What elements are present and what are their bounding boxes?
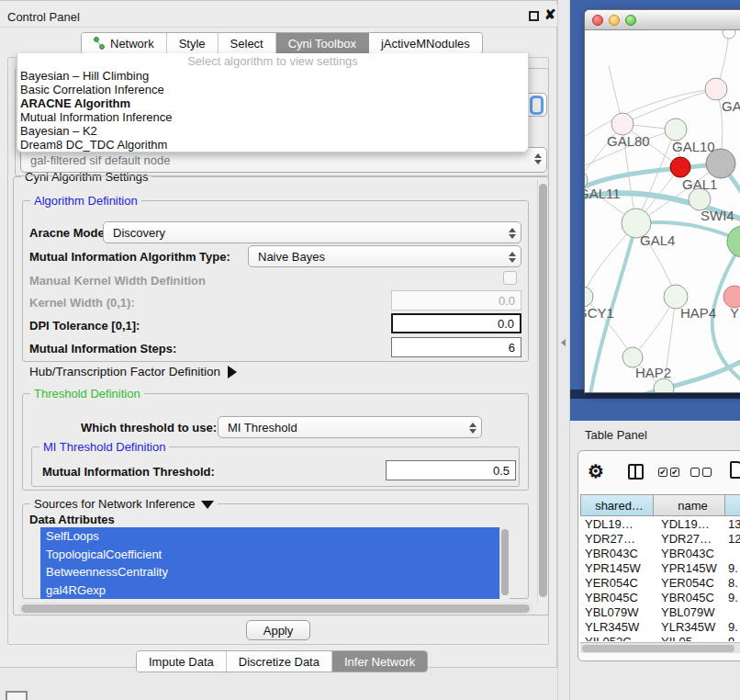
which-threshold-combo[interactable]: MI Threshold (218, 416, 482, 438)
node-label: GAL4 (640, 232, 675, 248)
minimize-window-button[interactable] (609, 15, 620, 26)
settings-horizontal-scrollbar[interactable] (18, 603, 533, 614)
deselect-all-icon[interactable] (690, 468, 712, 477)
table-row[interactable]: YIL052CYIL05…9. (580, 634, 740, 641)
kernel-width-label: Kernel Width (0,1): (29, 296, 135, 310)
node-table: shared… name YDL19…YDL19…13 YDR27…YDR27…… (580, 494, 740, 641)
network-node-gal80[interactable] (611, 113, 633, 135)
column-header-name[interactable]: name (654, 494, 725, 516)
page-icon[interactable] (730, 461, 740, 479)
scrollbar-thumb[interactable] (539, 184, 547, 597)
network-node-gal1-selected[interactable] (670, 157, 690, 177)
algorithm-option-bayesian-k2[interactable]: Bayesian – K2 (17, 124, 528, 138)
mi-threshold-label: Mutual Information Threshold: (42, 465, 215, 479)
algorithm-option-aracne[interactable]: ARACNE Algorithm (17, 96, 528, 110)
close-window-button[interactable] (592, 15, 603, 26)
dpi-tolerance-label: DPI Tolerance [0,1]: (29, 319, 140, 333)
tab-discretize-data[interactable]: Discretize Data (227, 651, 332, 672)
list-item[interactable]: TopologicalCoefficient (40, 546, 499, 564)
node-label: GCY1 (585, 305, 614, 321)
list-item[interactable]: BetweennessCentrality (40, 563, 499, 581)
table-row[interactable]: YLR345WYLR345W9. (580, 619, 740, 634)
close-panel-icon[interactable]: ✘ (544, 6, 556, 23)
zoom-window-button[interactable] (625, 15, 636, 26)
stepper-icon (468, 421, 477, 435)
tab-jactivemnodules[interactable]: jActiveMNodules (369, 33, 482, 53)
network-graph: GAL GAL80 GAL10 GAL1 GAL11 SWI4 GAL4 GCY… (585, 30, 740, 393)
node-label: SWI4 (701, 208, 734, 223)
network-node[interactable] (723, 30, 735, 39)
tab-cyni-toolbox[interactable]: Cyni Toolbox (276, 33, 369, 53)
panel-splitter[interactable] (557, 0, 570, 700)
table-row[interactable]: YPR145WYPR145W9. (580, 560, 740, 575)
table-row[interactable]: YER054CYER054C8. (580, 575, 740, 590)
table-row[interactable]: YBR045CYBR045C9. (580, 590, 740, 604)
network-view-window[interactable]: GAL GAL80 GAL10 GAL1 GAL11 SWI4 GAL4 GCY… (584, 9, 740, 393)
aracne-mode-combo[interactable]: Discovery (103, 221, 521, 243)
table-row[interactable]: YDL19…YDL19…13 (580, 516, 740, 531)
table-row[interactable]: YDR27…YDR27…12 (580, 531, 740, 546)
mi-type-combo[interactable]: Naive Bayes (248, 245, 521, 267)
apply-button[interactable]: Apply (246, 620, 310, 640)
scrollbar-thumb[interactable] (21, 604, 530, 613)
network-node-green[interactable] (727, 226, 740, 257)
data-attributes-label: Data Attributes (29, 513, 115, 526)
select-all-icon[interactable]: ✔✔ (658, 468, 679, 477)
network-node[interactable] (654, 378, 674, 393)
tab-infer-network[interactable]: Infer Network (332, 651, 427, 672)
minimized-panel-icon[interactable] (6, 691, 28, 700)
control-panel-titlebar (0, 5, 557, 28)
manual-kernel-checkbox[interactable] (503, 271, 517, 285)
algorithm-option-bayesian-hill-climbing[interactable]: Bayesian – Hill Climbing (17, 69, 528, 83)
sources-title-toggle[interactable]: Sources for Network Inference (30, 497, 218, 511)
stepper-icon (508, 250, 516, 265)
column-header-partial[interactable] (725, 494, 740, 516)
scrollbar-thumb[interactable] (582, 645, 734, 652)
algorithm-option-mutual-information[interactable]: Mutual Information Inference (17, 110, 528, 124)
control-panel-title: Control Panel (7, 10, 80, 24)
mi-threshold-field[interactable]: 0.5 (386, 460, 516, 480)
list-item[interactable]: SelfLoops (40, 527, 499, 546)
algorithm-placeholder: Select algorithm to view settings (17, 53, 528, 69)
scrollbar-thumb[interactable] (501, 529, 509, 595)
node-label: GAL10 (672, 139, 715, 154)
table-header-row: shared… name (580, 494, 740, 516)
mi-threshold-definition-title: MI Threshold Definition (39, 440, 169, 454)
mi-steps-label: Mutual Information Steps: (29, 342, 176, 356)
attributes-list-scrollbar[interactable] (499, 527, 510, 599)
kernel-width-field[interactable]: 0.0 (391, 290, 521, 310)
algorithm-option-basic-correlation[interactable]: Basic Correlation Inference (17, 83, 528, 96)
network-window-titlebar[interactable] (585, 10, 740, 30)
splitter-collapse-arrow[interactable] (561, 339, 566, 346)
table-row[interactable]: YBL079WYBL079W (580, 604, 740, 619)
network-node-gcy1[interactable] (585, 287, 593, 307)
tab-select[interactable]: Select (219, 33, 276, 53)
control-panel-tab-bar: Network Style Select Cyni Toolbox jActiv… (81, 32, 483, 54)
settings-vertical-scrollbar[interactable] (537, 180, 548, 604)
mi-type-label: Mutual Information Algorithm Type: (29, 250, 230, 264)
columns-icon[interactable] (628, 464, 644, 480)
node-label: HAP4 (680, 305, 716, 321)
dpi-tolerance-field[interactable]: 0.0 (391, 313, 521, 333)
algorithm-option-dream8[interactable]: Dream8 DC_TDC Algorithm (17, 138, 528, 152)
network-canvas[interactable]: GAL GAL80 GAL10 GAL1 GAL11 SWI4 GAL4 GCY… (585, 30, 740, 393)
network-node-gal10[interactable] (665, 119, 687, 141)
mi-steps-field[interactable]: 6 (391, 337, 521, 357)
tab-network[interactable]: Network (82, 33, 167, 53)
network-node-gal-partial[interactable] (705, 78, 727, 100)
column-header-shared[interactable]: shared… (580, 494, 654, 516)
table-body[interactable]: YDL19…YDL19…13 YDR27…YDR27…12 YBR043CYBR… (580, 516, 740, 641)
table-horizontal-scrollbar[interactable] (580, 642, 740, 653)
node-label: Y (730, 305, 739, 321)
tab-style[interactable]: Style (167, 33, 219, 53)
gear-icon[interactable]: ⚙ (588, 460, 604, 482)
list-item[interactable]: gal4RGexp (40, 581, 499, 600)
aracne-mode-value: Discovery (113, 226, 165, 240)
which-threshold-label: Which threshold to use: (81, 421, 217, 435)
tab-impute-data[interactable]: Impute Data (137, 651, 227, 672)
float-panel-button[interactable] (529, 11, 539, 21)
table-row[interactable]: YBR043CYBR043C (580, 546, 740, 560)
stepper-icon (533, 152, 542, 166)
mi-type-value: Naive Bayes (258, 250, 325, 264)
hub-definition-toggle[interactable]: Hub/Transcription Factor Definition (29, 365, 237, 378)
